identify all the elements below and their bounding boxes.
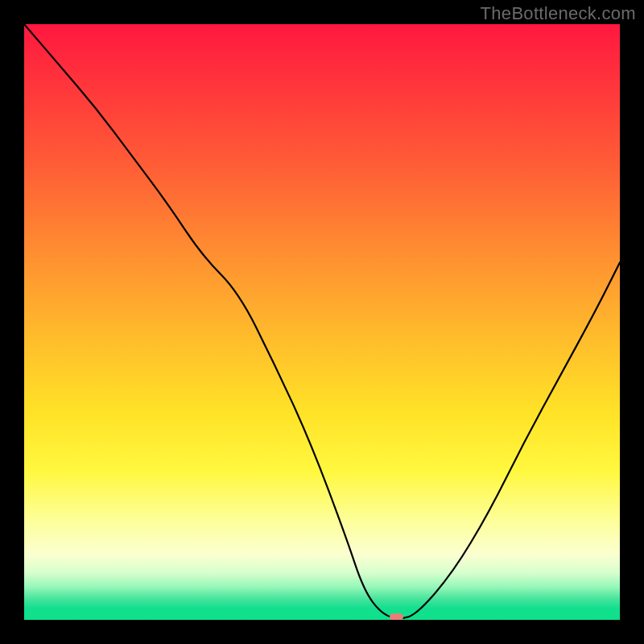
curve-svg [24,24,620,620]
plot-area [24,24,620,620]
chart-container: TheBottleneck.com [0,0,644,644]
watermark-text: TheBottleneck.com [481,3,636,24]
bottleneck-curve [24,24,620,618]
recommended-marker [390,613,402,620]
